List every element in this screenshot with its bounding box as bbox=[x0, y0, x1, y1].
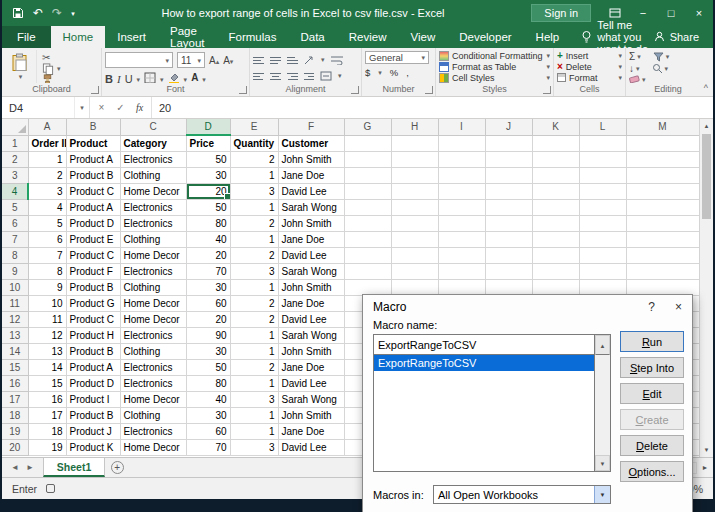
cell-E15[interactable]: 2 bbox=[230, 359, 278, 375]
scroll-up-icon[interactable]: ▲ bbox=[700, 119, 713, 133]
row-header-7[interactable]: 7 bbox=[2, 231, 28, 247]
insert-cells-button[interactable]: +Insert▾ bbox=[557, 50, 622, 61]
cell-I10[interactable] bbox=[438, 279, 485, 295]
cell-E8[interactable]: 2 bbox=[230, 247, 278, 263]
cell-I8[interactable] bbox=[438, 247, 485, 263]
dialog-help-button[interactable]: ? bbox=[638, 296, 665, 318]
cell-styles-button[interactable]: Cell Styles▾ bbox=[439, 72, 550, 83]
cell-G6[interactable] bbox=[344, 215, 391, 231]
cell-E9[interactable]: 3 bbox=[230, 263, 278, 279]
tab-developer[interactable]: Developer bbox=[447, 26, 523, 48]
cell-E6[interactable]: 2 bbox=[230, 215, 278, 231]
cell-F5[interactable]: Sarah Wong bbox=[278, 199, 344, 215]
cell-H3[interactable] bbox=[391, 167, 438, 183]
cell-L7[interactable] bbox=[579, 231, 626, 247]
cell-D12[interactable]: 20 bbox=[186, 311, 230, 327]
cell-A16[interactable]: 15 bbox=[28, 375, 66, 391]
cell-I5[interactable] bbox=[438, 199, 485, 215]
sort-filter-button[interactable]: ▾ bbox=[653, 52, 670, 62]
cell-A8[interactable]: 7 bbox=[28, 247, 66, 263]
select-all-corner[interactable] bbox=[2, 119, 28, 135]
cell-C3[interactable]: Clothing bbox=[120, 167, 186, 183]
insert-function-icon[interactable]: fx bbox=[130, 102, 149, 113]
cell-A9[interactable]: 8 bbox=[28, 263, 66, 279]
cell-K2[interactable] bbox=[532, 151, 579, 167]
cell-C1[interactable]: Category bbox=[120, 135, 186, 151]
col-header-H[interactable]: H bbox=[391, 119, 438, 135]
col-header-E[interactable]: E bbox=[230, 119, 278, 135]
cell-B8[interactable]: Product C bbox=[66, 247, 120, 263]
cell-B6[interactable]: Product D bbox=[66, 215, 120, 231]
cell-D4[interactable]: 20 bbox=[186, 183, 230, 199]
row-header-11[interactable]: 11 bbox=[2, 295, 28, 311]
macro-record-icon[interactable] bbox=[46, 484, 55, 493]
cell-B7[interactable]: Product E bbox=[66, 231, 120, 247]
cell-A11[interactable]: 10 bbox=[28, 295, 66, 311]
cell-C6[interactable]: Electronics bbox=[120, 215, 186, 231]
align-left-button[interactable] bbox=[253, 67, 264, 84]
cell-D19[interactable]: 60 bbox=[186, 423, 230, 439]
row-header-13[interactable]: 13 bbox=[2, 327, 28, 343]
cell-L5[interactable] bbox=[579, 199, 626, 215]
cell-A18[interactable]: 17 bbox=[28, 407, 66, 423]
col-header-K[interactable]: K bbox=[532, 119, 579, 135]
find-select-button[interactable]: ▾ bbox=[652, 63, 669, 74]
row-header-10[interactable]: 10 bbox=[2, 279, 28, 295]
cell-I9[interactable] bbox=[438, 263, 485, 279]
font-size-dropdown[interactable]: 11▾ bbox=[177, 52, 205, 68]
vertical-scroll-thumb[interactable] bbox=[702, 134, 711, 219]
cell-M7[interactable] bbox=[626, 231, 699, 247]
cell-C18[interactable]: Clothing bbox=[120, 407, 186, 423]
borders-button[interactable] bbox=[144, 70, 156, 83]
dialog-close-button[interactable]: × bbox=[665, 296, 692, 318]
row-header-2[interactable]: 2 bbox=[2, 151, 28, 167]
cell-A20[interactable]: 19 bbox=[28, 439, 66, 455]
cell-M1[interactable] bbox=[626, 135, 699, 151]
cell-C12[interactable]: Home Decor bbox=[120, 311, 186, 327]
cell-I3[interactable] bbox=[438, 167, 485, 183]
clipboard-dialog-launcher[interactable] bbox=[91, 86, 99, 94]
row-header-19[interactable]: 19 bbox=[2, 423, 28, 439]
cell-B17[interactable]: Product I bbox=[66, 391, 120, 407]
cell-F3[interactable]: Jane Doe bbox=[278, 167, 344, 183]
cell-K7[interactable] bbox=[532, 231, 579, 247]
format-as-table-button[interactable]: Format as Table▾ bbox=[439, 61, 550, 72]
vertical-scroll-track[interactable] bbox=[700, 133, 713, 443]
cell-A4[interactable]: 3 bbox=[28, 183, 66, 199]
row-header-17[interactable]: 17 bbox=[2, 391, 28, 407]
cell-A6[interactable]: 5 bbox=[28, 215, 66, 231]
cell-B20[interactable]: Product K bbox=[66, 439, 120, 455]
cell-F13[interactable]: Sarah Wong bbox=[278, 327, 344, 343]
cell-A10[interactable]: 9 bbox=[28, 279, 66, 295]
cell-D15[interactable]: 50 bbox=[186, 359, 230, 375]
cell-F10[interactable]: John Smith bbox=[278, 279, 344, 295]
format-cells-button[interactable]: Format▾ bbox=[557, 72, 622, 83]
cancel-entry-icon[interactable]: × bbox=[92, 102, 111, 113]
new-sheet-button[interactable]: + bbox=[105, 458, 129, 477]
customize-qat-icon[interactable]: ▾ bbox=[71, 10, 75, 17]
cell-I1[interactable] bbox=[438, 135, 485, 151]
tab-insert[interactable]: Insert bbox=[105, 26, 158, 48]
cell-C16[interactable]: Electronics bbox=[120, 375, 186, 391]
cell-C14[interactable]: Clothing bbox=[120, 343, 186, 359]
prev-sheet-icon[interactable]: ◄ bbox=[11, 463, 19, 472]
cell-E20[interactable]: 3 bbox=[230, 439, 278, 455]
cell-H5[interactable] bbox=[391, 199, 438, 215]
comma-style-button[interactable]: , bbox=[406, 67, 409, 78]
cell-B12[interactable]: Product C bbox=[66, 311, 120, 327]
cell-D17[interactable]: 40 bbox=[186, 391, 230, 407]
cell-L10[interactable] bbox=[579, 279, 626, 295]
cell-D9[interactable]: 70 bbox=[186, 263, 230, 279]
cell-K1[interactable] bbox=[532, 135, 579, 151]
step-into-button[interactable]: Step Into bbox=[620, 357, 684, 378]
cell-C10[interactable]: Clothing bbox=[120, 279, 186, 295]
cell-C9[interactable]: Electronics bbox=[120, 263, 186, 279]
row-header-8[interactable]: 8 bbox=[2, 247, 28, 263]
cell-A15[interactable]: 14 bbox=[28, 359, 66, 375]
row-header-5[interactable]: 5 bbox=[2, 199, 28, 215]
cell-B16[interactable]: Product D bbox=[66, 375, 120, 391]
maximize-button[interactable]: □ bbox=[657, 0, 685, 26]
save-icon[interactable] bbox=[12, 7, 24, 19]
styles-dialog-launcher[interactable] bbox=[543, 86, 551, 94]
number-format-dropdown[interactable]: General ▾ bbox=[365, 51, 429, 64]
